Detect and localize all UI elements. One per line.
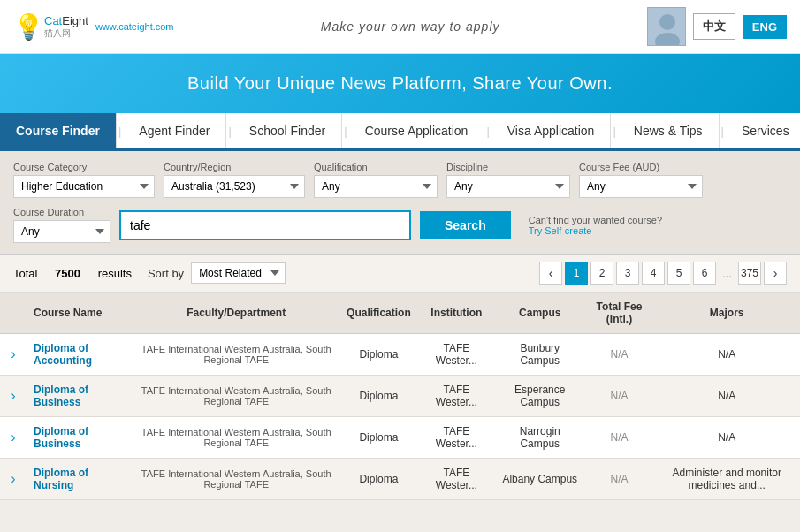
- nav-sep-6: |: [720, 125, 726, 138]
- row-fee-1: N/A: [585, 376, 654, 417]
- col-course-name: Course Name: [27, 293, 133, 334]
- row-qualification-2: Diploma: [339, 417, 418, 459]
- nav-services[interactable]: Services: [726, 113, 800, 148]
- logo-name: CatEight: [44, 14, 88, 27]
- page-6-button[interactable]: 6: [693, 262, 716, 285]
- logo-sub: 猫八网: [44, 27, 88, 40]
- row-fee-0: N/A: [585, 334, 654, 376]
- col-fee: Total Fee (Intl.): [585, 293, 654, 334]
- page-last-button[interactable]: 375: [738, 262, 761, 285]
- nav-course-finder[interactable]: Course Finder: [0, 113, 117, 148]
- col-institution: Institution: [418, 293, 495, 334]
- row-majors-1: N/A: [653, 376, 800, 417]
- duration-select[interactable]: Any 1 year 2 years: [13, 220, 110, 243]
- col-qualification: Qualification: [339, 293, 418, 334]
- banner-text: Build Your Unique News Platform, Share Y…: [187, 73, 613, 93]
- course-category-label: Course Category: [13, 162, 155, 172]
- duration-label: Course Duration: [13, 207, 110, 217]
- filter-row-1: Course Category Higher Education Vocatio…: [13, 162, 787, 198]
- nav-sep-1: |: [117, 125, 123, 138]
- nav-sep-3: |: [342, 125, 348, 138]
- nav-sep-4: |: [484, 125, 491, 138]
- col-majors: Majors: [653, 293, 800, 334]
- row-expand-0[interactable]: ›: [0, 334, 27, 376]
- discipline-select[interactable]: Any Business Engineering IT: [446, 175, 570, 198]
- page-dots: ...: [719, 267, 735, 280]
- row-faculty-2: TAFE International Western Australia, So…: [133, 417, 339, 459]
- row-institution-2: TAFE Wester...: [418, 417, 495, 459]
- course-name-link-2[interactable]: Diploma of Business: [34, 425, 88, 450]
- row-course-name-2: Diploma of Business: [27, 417, 133, 459]
- row-campus-0: Bunbury Campus: [495, 334, 585, 376]
- course-fee-label: Course Fee (AUD): [579, 162, 703, 172]
- main-nav: Course Finder | Agent Finder | School Fi…: [0, 113, 800, 151]
- country-select[interactable]: Australia (31,523) New Zealand UK: [164, 175, 305, 198]
- row-fee-2: N/A: [585, 417, 654, 459]
- banner: Build Your Unique News Platform, Share Y…: [0, 54, 800, 113]
- header-tagline: Make your own way to apply: [174, 19, 647, 34]
- row-qualification-1: Diploma: [339, 376, 418, 417]
- course-fee-group: Course Fee (AUD) Any < 10,000 10,000 - 2…: [579, 162, 703, 198]
- qualification-label: Qualification: [314, 162, 438, 172]
- header: 💡 CatEight 猫八网 www.cateight.com Make you…: [0, 0, 800, 54]
- page-prev-button[interactable]: ‹: [539, 262, 562, 285]
- country-group: Country/Region Australia (31,523) New Ze…: [164, 162, 305, 198]
- row-campus-2: Narrogin Campus: [495, 417, 585, 459]
- results-word: results: [98, 267, 132, 280]
- course-name-link-0[interactable]: Diploma of Accounting: [34, 342, 92, 367]
- course-name-link-3[interactable]: Diploma of Nursing: [34, 467, 88, 491]
- page-5-button[interactable]: 5: [667, 262, 690, 285]
- lang-en-button[interactable]: ENG: [743, 15, 787, 39]
- country-label: Country/Region: [164, 162, 305, 172]
- search-button[interactable]: Search: [420, 211, 511, 239]
- discipline-label: Discipline: [446, 162, 570, 172]
- col-expand: [0, 293, 27, 334]
- row-faculty-3: TAFE International Western Australia, So…: [133, 459, 339, 500]
- search-area: Course Category Higher Education Vocatio…: [0, 151, 800, 255]
- row-institution-0: TAFE Wester...: [418, 334, 495, 376]
- row-majors-2: N/A: [653, 417, 800, 459]
- search-row: Course Duration Any 1 year 2 years Searc…: [13, 207, 787, 243]
- self-create-link[interactable]: Try Self-create: [529, 225, 592, 236]
- table-row: › Diploma of Accounting TAFE Internation…: [0, 334, 800, 376]
- logo-url: www.cateight.com: [95, 21, 174, 32]
- nav-school-finder[interactable]: School Finder: [233, 113, 342, 148]
- nav-sep-2: |: [226, 125, 232, 138]
- table-row: › Diploma of Business TAFE International…: [0, 417, 800, 459]
- col-faculty: Faculty/Department: [133, 293, 339, 334]
- row-expand-3[interactable]: ›: [0, 459, 27, 500]
- qualification-group: Qualification Any Diploma Bachelor Maste…: [314, 162, 438, 198]
- row-majors-3: Administer and monitor medicines and...: [653, 459, 800, 500]
- row-expand-2[interactable]: ›: [0, 417, 27, 459]
- search-input[interactable]: [119, 210, 411, 240]
- table-header-row: Course Name Faculty/Department Qualifica…: [0, 293, 800, 334]
- page-next-button[interactable]: ›: [764, 262, 787, 285]
- page-1-button[interactable]: 1: [565, 262, 588, 285]
- nav-course-application[interactable]: Course Application: [349, 113, 485, 148]
- sort-select[interactable]: Most Related Course Name Institution Tot…: [191, 262, 286, 284]
- row-expand-1[interactable]: ›: [0, 376, 27, 417]
- logo-area: 💡 CatEight 猫八网 www.cateight.com: [13, 12, 174, 42]
- row-qualification-0: Diploma: [339, 334, 418, 376]
- course-name-link-1[interactable]: Diploma of Business: [34, 384, 88, 408]
- course-fee-select[interactable]: Any < 10,000 10,000 - 20,000: [579, 175, 703, 198]
- lang-zh-button[interactable]: 中文: [693, 13, 735, 40]
- row-majors-0: N/A: [653, 334, 800, 376]
- results-header: Total 7500 results Sort by Most Related …: [0, 255, 800, 293]
- total-label: Total: [13, 267, 37, 280]
- page-3-button[interactable]: 3: [616, 262, 639, 285]
- page-4-button[interactable]: 4: [642, 262, 665, 285]
- row-qualification-3: Diploma: [339, 459, 418, 500]
- course-category-select[interactable]: Higher Education Vocational Education En…: [13, 175, 155, 198]
- page-2-button[interactable]: 2: [590, 262, 613, 285]
- nav-visa-application[interactable]: Visa Application: [491, 113, 612, 148]
- row-institution-1: TAFE Wester...: [418, 376, 495, 417]
- header-right: 中文 ENG: [647, 7, 787, 46]
- nav-agent-finder[interactable]: Agent Finder: [123, 113, 226, 148]
- table-row: › Diploma of Business TAFE International…: [0, 376, 800, 417]
- nav-news-tips[interactable]: News & Tips: [618, 113, 720, 148]
- row-course-name-1: Diploma of Business: [27, 376, 133, 417]
- qualification-select[interactable]: Any Diploma Bachelor Masters: [314, 175, 438, 198]
- avatar: [647, 7, 686, 46]
- row-faculty-0: TAFE International Western Australia, So…: [133, 334, 339, 376]
